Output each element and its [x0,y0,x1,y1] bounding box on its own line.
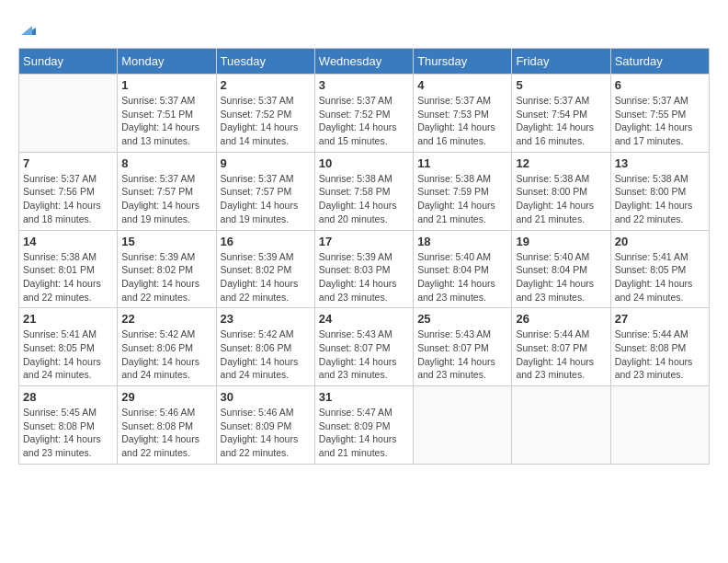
calendar-cell [512,386,610,465]
svg-marker-1 [21,26,32,35]
calendar-cell [19,75,118,153]
calendar-cell: 29Sunrise: 5:46 AM Sunset: 8:08 PM Dayli… [118,386,216,465]
day-info: Sunrise: 5:42 AM Sunset: 8:06 PM Dayligh… [221,327,311,382]
day-info: Sunrise: 5:37 AM Sunset: 7:54 PM Dayligh… [516,94,606,148]
day-info: Sunrise: 5:44 AM Sunset: 8:07 PM Dayligh… [516,327,606,382]
weekday-header: Sunday [19,49,118,75]
day-info: Sunrise: 5:38 AM Sunset: 8:01 PM Dayligh… [23,250,113,304]
calendar-cell: 20Sunrise: 5:41 AM Sunset: 8:05 PM Dayli… [610,230,709,308]
calendar-week-row: 21Sunrise: 5:41 AM Sunset: 8:05 PM Dayli… [19,308,710,386]
logo [18,18,40,39]
day-number: 28 [23,390,113,404]
calendar-cell: 21Sunrise: 5:41 AM Sunset: 8:05 PM Dayli… [19,308,118,386]
day-number: 25 [417,312,507,326]
day-number: 5 [516,78,606,92]
calendar-cell: 31Sunrise: 5:47 AM Sunset: 8:09 PM Dayli… [314,386,413,465]
day-number: 20 [615,235,705,248]
day-info: Sunrise: 5:40 AM Sunset: 8:04 PM Dayligh… [417,250,507,304]
weekday-header: Wednesday [314,49,413,75]
day-number: 10 [319,156,409,170]
day-number: 15 [121,235,211,248]
day-number: 26 [516,312,606,326]
calendar-cell: 9Sunrise: 5:37 AM Sunset: 7:57 PM Daylig… [216,152,314,230]
calendar-cell: 3Sunrise: 5:37 AM Sunset: 7:52 PM Daylig… [314,75,413,153]
day-info: Sunrise: 5:37 AM Sunset: 7:57 PM Dayligh… [221,172,311,226]
day-number: 31 [319,390,409,404]
day-number: 27 [615,312,705,326]
calendar-cell: 15Sunrise: 5:39 AM Sunset: 8:02 PM Dayli… [118,230,216,308]
calendar-cell: 13Sunrise: 5:38 AM Sunset: 8:00 PM Dayli… [610,152,709,230]
calendar-cell: 30Sunrise: 5:46 AM Sunset: 8:09 PM Dayli… [216,386,314,465]
day-info: Sunrise: 5:43 AM Sunset: 8:07 PM Dayligh… [417,327,507,382]
calendar-cell: 28Sunrise: 5:45 AM Sunset: 8:08 PM Dayli… [19,386,118,465]
calendar-cell: 14Sunrise: 5:38 AM Sunset: 8:01 PM Dayli… [19,230,118,308]
day-number: 16 [221,235,311,248]
day-info: Sunrise: 5:37 AM Sunset: 7:52 PM Dayligh… [319,94,409,148]
day-info: Sunrise: 5:37 AM Sunset: 7:52 PM Dayligh… [221,94,311,148]
calendar-cell: 19Sunrise: 5:40 AM Sunset: 8:04 PM Dayli… [512,230,610,308]
day-info: Sunrise: 5:38 AM Sunset: 7:58 PM Dayligh… [319,172,409,226]
day-info: Sunrise: 5:40 AM Sunset: 8:04 PM Dayligh… [516,250,606,304]
calendar-cell: 16Sunrise: 5:39 AM Sunset: 8:02 PM Dayli… [216,230,314,308]
day-info: Sunrise: 5:37 AM Sunset: 7:53 PM Dayligh… [417,94,507,148]
calendar-cell: 11Sunrise: 5:38 AM Sunset: 7:59 PM Dayli… [414,152,512,230]
calendar-cell: 25Sunrise: 5:43 AM Sunset: 8:07 PM Dayli… [414,308,512,386]
day-number: 9 [221,156,311,170]
day-info: Sunrise: 5:37 AM Sunset: 7:57 PM Dayligh… [121,172,211,226]
calendar-cell: 2Sunrise: 5:37 AM Sunset: 7:52 PM Daylig… [216,75,314,153]
day-number: 30 [221,390,311,404]
calendar-cell: 24Sunrise: 5:43 AM Sunset: 8:07 PM Dayli… [314,308,413,386]
calendar-cell: 5Sunrise: 5:37 AM Sunset: 7:54 PM Daylig… [512,75,610,153]
calendar-cell: 27Sunrise: 5:44 AM Sunset: 8:08 PM Dayli… [610,308,709,386]
day-info: Sunrise: 5:42 AM Sunset: 8:06 PM Dayligh… [121,327,211,382]
day-number: 2 [221,78,311,92]
day-info: Sunrise: 5:46 AM Sunset: 8:09 PM Dayligh… [221,406,311,460]
calendar-cell: 22Sunrise: 5:42 AM Sunset: 8:06 PM Dayli… [118,308,216,386]
calendar-cell: 17Sunrise: 5:39 AM Sunset: 8:03 PM Dayli… [314,230,413,308]
day-info: Sunrise: 5:43 AM Sunset: 8:07 PM Dayligh… [319,327,409,382]
day-number: 21 [23,312,113,326]
day-number: 29 [121,390,211,404]
day-number: 3 [319,78,409,92]
weekday-header: Saturday [610,49,709,75]
calendar-cell [414,386,512,465]
day-info: Sunrise: 5:39 AM Sunset: 8:02 PM Dayligh… [121,250,211,304]
calendar-week-row: 14Sunrise: 5:38 AM Sunset: 8:01 PM Dayli… [19,230,710,308]
day-info: Sunrise: 5:38 AM Sunset: 8:00 PM Dayligh… [516,172,606,226]
header [18,18,710,39]
day-number: 11 [417,156,507,170]
calendar: SundayMondayTuesdayWednesdayThursdayFrid… [18,48,710,465]
logo-icon [19,18,40,39]
day-info: Sunrise: 5:47 AM Sunset: 8:09 PM Dayligh… [319,406,409,460]
day-info: Sunrise: 5:37 AM Sunset: 7:55 PM Dayligh… [615,94,705,148]
day-number: 17 [319,235,409,248]
calendar-cell [610,386,709,465]
calendar-cell: 6Sunrise: 5:37 AM Sunset: 7:55 PM Daylig… [610,75,709,153]
day-number: 23 [221,312,311,326]
day-info: Sunrise: 5:39 AM Sunset: 8:02 PM Dayligh… [221,250,311,304]
day-info: Sunrise: 5:45 AM Sunset: 8:08 PM Dayligh… [23,406,113,460]
day-info: Sunrise: 5:38 AM Sunset: 7:59 PM Dayligh… [417,172,507,226]
calendar-week-row: 7Sunrise: 5:37 AM Sunset: 7:56 PM Daylig… [19,152,710,230]
calendar-cell: 26Sunrise: 5:44 AM Sunset: 8:07 PM Dayli… [512,308,610,386]
day-info: Sunrise: 5:46 AM Sunset: 8:08 PM Dayligh… [121,406,211,460]
calendar-cell: 4Sunrise: 5:37 AM Sunset: 7:53 PM Daylig… [414,75,512,153]
day-info: Sunrise: 5:39 AM Sunset: 8:03 PM Dayligh… [319,250,409,304]
calendar-cell: 1Sunrise: 5:37 AM Sunset: 7:51 PM Daylig… [118,75,216,153]
calendar-week-row: 1Sunrise: 5:37 AM Sunset: 7:51 PM Daylig… [19,75,710,153]
weekday-header: Friday [512,49,610,75]
calendar-cell: 10Sunrise: 5:38 AM Sunset: 7:58 PM Dayli… [314,152,413,230]
day-number: 1 [121,78,211,92]
day-number: 19 [516,235,606,248]
calendar-cell: 12Sunrise: 5:38 AM Sunset: 8:00 PM Dayli… [512,152,610,230]
day-info: Sunrise: 5:44 AM Sunset: 8:08 PM Dayligh… [615,327,705,382]
day-info: Sunrise: 5:41 AM Sunset: 8:05 PM Dayligh… [615,250,705,304]
calendar-week-row: 28Sunrise: 5:45 AM Sunset: 8:08 PM Dayli… [19,386,710,465]
day-number: 13 [615,156,705,170]
day-info: Sunrise: 5:41 AM Sunset: 8:05 PM Dayligh… [23,327,113,382]
day-info: Sunrise: 5:37 AM Sunset: 7:56 PM Dayligh… [23,172,113,226]
day-number: 22 [121,312,211,326]
calendar-cell: 18Sunrise: 5:40 AM Sunset: 8:04 PM Dayli… [414,230,512,308]
calendar-header-row: SundayMondayTuesdayWednesdayThursdayFrid… [19,49,710,75]
calendar-cell: 8Sunrise: 5:37 AM Sunset: 7:57 PM Daylig… [118,152,216,230]
